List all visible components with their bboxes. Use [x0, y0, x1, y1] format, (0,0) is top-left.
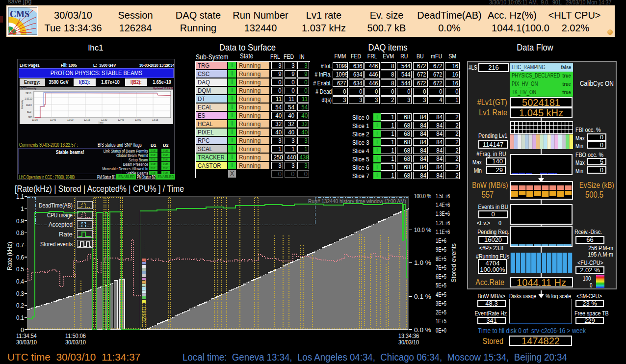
svg-text:1: 1	[21, 206, 24, 212]
svg-text:12:00: 12:00	[67, 118, 74, 121]
svg-text:BCT Intensity: BCT Intensity	[21, 87, 36, 90]
svg-text:0.9: 0.9	[16, 218, 24, 225]
svg-text:1E+6: 1E+6	[436, 237, 446, 244]
svg-text:Accepted: Accepted	[49, 221, 73, 228]
svg-text:1E+5: 1E+5	[436, 318, 446, 325]
svg-text:0.1 %: 0.1 %	[414, 293, 431, 300]
svg-text:0.5: 0.5	[16, 266, 24, 273]
svg-text:0.8: 0.8	[16, 230, 24, 236]
svg-text:12:15: 12:15	[84, 118, 90, 121]
svg-text:100.0 %: 100.0 %	[414, 192, 431, 200]
svg-text:Rate (kHz): Rate (kHz)	[6, 242, 13, 270]
svg-text:Intensity: Intensity	[21, 100, 24, 109]
svg-text:1.2E+6: 1.2E+6	[436, 220, 450, 227]
svg-text:4E+5: 4E+5	[436, 291, 446, 298]
svg-text:1E10: 1E10	[26, 104, 32, 106]
svg-text:0.7: 0.7	[16, 242, 24, 249]
svg-text:Run# 132440 history time windo: Run# 132440 history time window (3:00 AM…	[308, 198, 406, 204]
svg-text:1.3E+6: 1.3E+6	[436, 210, 450, 217]
svg-text:0E+0: 0E+0	[436, 327, 446, 334]
svg-text:1.1: 1.1	[16, 193, 24, 200]
svg-text:3E+5: 3E+5	[436, 300, 446, 307]
svg-text:30/03/10: 30/03/10	[65, 338, 86, 346]
svg-text:13:00: 13:00	[135, 118, 141, 121]
svg-text:1.1E+6: 1.1E+6	[436, 229, 450, 235]
svg-text:30/03/10: 30/03/10	[398, 338, 419, 346]
svg-text:1.5E+6: 1.5E+6	[436, 193, 450, 200]
svg-text:[Rate(kHz) | Stored | Accepted: [Rate(kHz) | Stored | Accepted% | CPU% ]…	[15, 184, 184, 194]
svg-text:0.6: 0.6	[16, 254, 24, 261]
svg-text:2E10: 2E10	[26, 92, 31, 95]
svg-text:1.4E+6: 1.4E+6	[436, 202, 450, 208]
svg-text:0.1: 0.1	[16, 314, 24, 321]
svg-text:6E+5: 6E+5	[436, 273, 446, 280]
svg-text:11:45: 11:45	[50, 118, 56, 121]
svg-text:Updated 13:29:34: Updated 13:29:34	[153, 87, 173, 90]
svg-text:7E+5: 7E+5	[436, 264, 446, 271]
svg-text:5E+5: 5E+5	[436, 282, 446, 289]
svg-text:Time: Time	[98, 121, 104, 124]
svg-text:2E+5: 2E+5	[436, 309, 446, 316]
svg-text:5E9: 5E9	[27, 110, 31, 113]
svg-text:12:45: 12:45	[118, 118, 124, 121]
svg-text:10.0 %: 10.0 %	[414, 226, 431, 234]
svg-text:1.5E10: 1.5E10	[25, 97, 32, 100]
svg-text:0.4: 0.4	[16, 278, 24, 285]
svg-text:Stored events: Stored events	[40, 240, 73, 248]
svg-text:132440: 132440	[141, 307, 148, 327]
svg-text:30/03/10: 30/03/10	[16, 338, 37, 346]
svg-text:CPU usage: CPU usage	[47, 211, 73, 219]
svg-text:11:30: 11:30	[32, 118, 38, 121]
svg-text:0.3: 0.3	[16, 290, 24, 297]
svg-text:Stored events: Stored events	[450, 243, 457, 283]
svg-text:8E+5: 8E+5	[436, 256, 446, 262]
svg-text:9E+5: 9E+5	[436, 246, 446, 253]
svg-text:DeadTime(AB): DeadTime(AB)	[39, 202, 73, 209]
svg-text:Rate: Rate	[59, 231, 73, 238]
svg-text:0.2: 0.2	[16, 302, 24, 309]
svg-text:13:15: 13:15	[152, 118, 158, 121]
svg-text:1.0 %: 1.0 %	[414, 259, 431, 266]
